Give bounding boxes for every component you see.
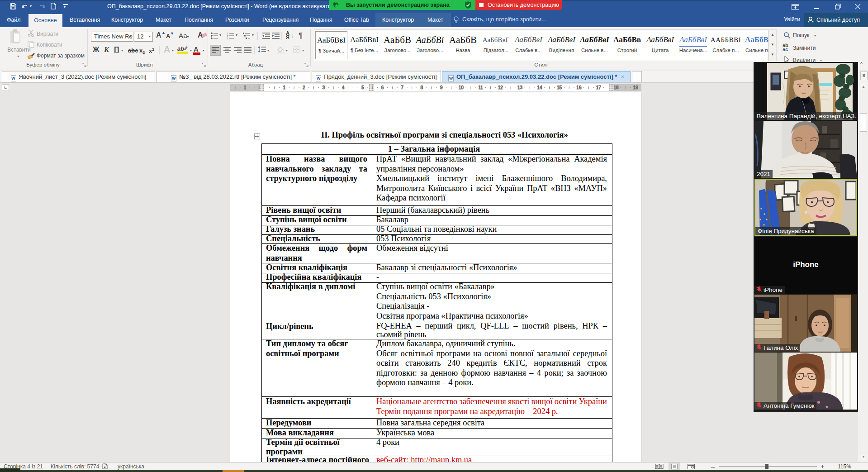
svg-text:3: 3 (227, 37, 228, 39)
